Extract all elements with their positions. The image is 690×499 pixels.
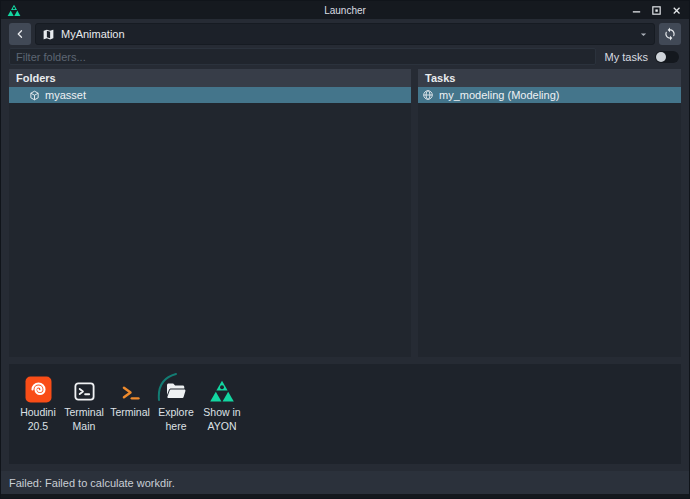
cube-icon	[29, 90, 40, 101]
task-item-label: my_modeling (Modeling)	[439, 89, 559, 101]
nav-row: MyAnimation	[9, 23, 681, 45]
project-selector[interactable]: MyAnimation	[35, 23, 655, 45]
project-name: MyAnimation	[61, 28, 125, 40]
window-controls	[630, 4, 683, 17]
globe-icon	[422, 89, 434, 101]
houdini-spiral-icon	[25, 376, 52, 403]
action-terminal[interactable]: Terminal	[107, 371, 153, 420]
folder-item-label: myasset	[45, 89, 86, 101]
folders-panel: Folders myasset	[9, 69, 411, 357]
folders-panel-header: Folders	[9, 69, 411, 87]
minimize-icon[interactable]	[630, 4, 643, 17]
action-label: Terminal	[110, 406, 150, 420]
action-explore-here[interactable]: Explore here	[153, 371, 199, 433]
action-terminal-main[interactable]: Terminal Main	[61, 371, 107, 433]
back-button[interactable]	[9, 23, 31, 45]
launcher-window: Launcher MyAnimation	[0, 0, 690, 499]
status-message: Failed: Failed to calculate workdir.	[9, 477, 175, 489]
filter-folders-input[interactable]	[9, 48, 596, 65]
main-content: MyAnimation My tasks Folders	[1, 19, 689, 471]
close-icon[interactable]	[670, 4, 683, 17]
map-icon	[42, 28, 55, 41]
window-title: Launcher	[1, 5, 689, 16]
action-label: Show in AYON	[203, 406, 240, 433]
chevron-down-icon	[639, 30, 648, 39]
toggle-knob	[656, 52, 666, 62]
maximize-icon[interactable]	[650, 4, 663, 17]
folders-list[interactable]: myasset	[9, 87, 411, 357]
titlebar: Launcher	[1, 1, 689, 19]
action-houdini[interactable]: Houdini 20.5	[15, 371, 61, 433]
filter-row: My tasks	[9, 48, 681, 65]
action-show-in-ayon[interactable]: Show in AYON	[199, 371, 245, 433]
window-bottom-edge	[1, 494, 689, 498]
action-label: Explore here	[158, 406, 194, 433]
refresh-button[interactable]	[659, 23, 681, 45]
terminal-window-icon	[73, 380, 96, 403]
open-folder-icon	[163, 379, 189, 403]
my-tasks-toggle[interactable]	[655, 51, 679, 63]
folder-item-myasset[interactable]: myasset	[9, 87, 411, 103]
terminal-prompt-icon	[120, 382, 141, 403]
ayon-logo-icon	[7, 4, 21, 17]
ayon-logo-icon	[209, 380, 235, 403]
panels: Folders myasset Tasks	[9, 69, 681, 357]
task-item-my-modeling[interactable]: my_modeling (Modeling)	[418, 87, 681, 103]
tasks-panel: Tasks my_modeling (Modeling)	[418, 69, 681, 357]
tasks-list[interactable]: my_modeling (Modeling)	[418, 87, 681, 357]
actions-bar: Houdini 20.5 Terminal Main	[9, 364, 681, 464]
refresh-icon	[663, 27, 677, 41]
action-label: Terminal Main	[64, 406, 104, 433]
action-label: Houdini 20.5	[20, 406, 56, 433]
status-bar: Failed: Failed to calculate workdir.	[1, 471, 689, 494]
my-tasks-label: My tasks	[605, 51, 648, 63]
tasks-panel-header: Tasks	[418, 69, 681, 87]
chevron-left-icon	[14, 28, 26, 40]
